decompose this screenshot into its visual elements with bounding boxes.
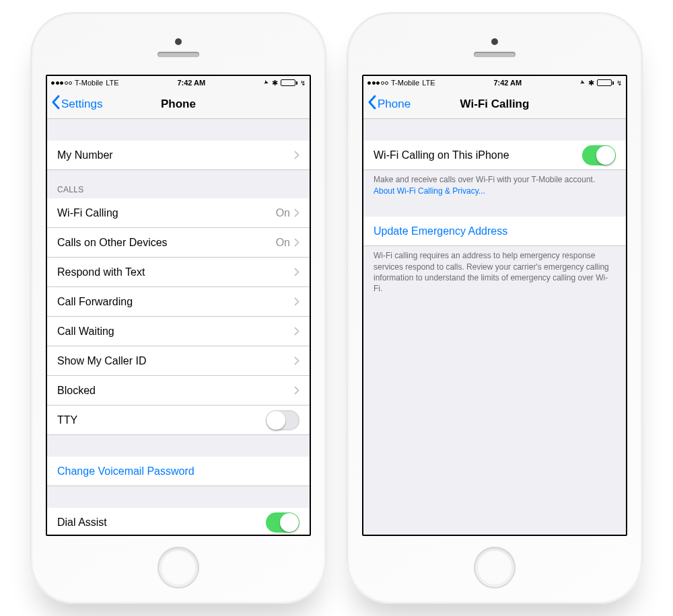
chevron-left-icon (51, 95, 60, 113)
network-label: LTE (422, 79, 435, 87)
screen-phone-settings: T-Mobile LTE 7:42 AM ➤ ✱ ↯ Settings Pho (46, 75, 311, 536)
location-icon: ➤ (263, 79, 271, 87)
row-call-waiting[interactable]: Call Waiting (47, 317, 310, 346)
status-bar: T-Mobile LTE 7:42 AM ➤ ✱ ↯ (47, 76, 310, 89)
wifi-footer-text: Make and receive calls over Wi-Fi with y… (374, 175, 595, 184)
row-label: Call Forwarding (57, 296, 294, 308)
row-label: Update Emergency Address (374, 225, 616, 237)
chevron-right-icon (294, 208, 299, 217)
row-detail: On (276, 237, 290, 249)
dial-assist-toggle[interactable] (266, 512, 299, 533)
nav-bar: Phone Wi-Fi Calling (363, 89, 626, 119)
iphone-mockup-right: T-Mobile LTE 7:42 AM ➤ ✱ ↯ Phone Wi-Fi (347, 12, 643, 604)
row-wifi-calling-this-iphone: Wi-Fi Calling on This iPhone (363, 141, 626, 170)
chevron-right-icon (294, 356, 299, 365)
row-detail: On (276, 207, 290, 219)
chevron-right-icon (294, 238, 299, 247)
row-dial-assist: Dial Assist (47, 508, 310, 535)
network-label: LTE (106, 79, 118, 87)
row-label: Change Voicemail Password (57, 465, 299, 477)
carrier-label: T-Mobile (391, 79, 419, 87)
row-change-voicemail-password[interactable]: Change Voicemail Password (47, 457, 310, 486)
about-wifi-calling-link[interactable]: About Wi-Fi Calling & Privacy... (374, 186, 616, 196)
tty-toggle[interactable] (266, 410, 299, 430)
row-label: Blocked (57, 385, 294, 397)
row-label: My Number (57, 149, 294, 161)
chevron-right-icon (294, 151, 299, 159)
signal-dots-icon (51, 81, 72, 85)
row-tty: TTY (47, 406, 310, 435)
row-label: Wi-Fi Calling on This iPhone (374, 149, 582, 161)
settings-content: My Number CALLS Wi-Fi Calling On Calls o… (47, 119, 310, 535)
chevron-right-icon (294, 297, 299, 306)
row-respond-with-text[interactable]: Respond with Text (47, 258, 310, 287)
nav-back-button[interactable]: Phone (363, 95, 415, 113)
row-show-caller-id[interactable]: Show My Caller ID (47, 346, 310, 376)
row-label: Respond with Text (57, 266, 294, 278)
row-calls-other-devices[interactable]: Calls on Other Devices On (47, 228, 310, 258)
wifi-calling-footer: Make and receive calls over Wi-Fi with y… (363, 170, 626, 203)
location-icon: ➤ (579, 79, 587, 87)
row-update-emergency-address[interactable]: Update Emergency Address (363, 217, 626, 246)
wifi-calling-toggle[interactable] (582, 145, 616, 165)
row-my-number[interactable]: My Number (47, 141, 310, 170)
screen-wifi-calling: T-Mobile LTE 7:42 AM ➤ ✱ ↯ Phone Wi-Fi (362, 75, 627, 536)
nav-bar: Settings Phone (47, 89, 310, 119)
row-label: Wi-Fi Calling (57, 207, 276, 219)
phone-speaker (157, 52, 199, 57)
nav-back-label: Phone (378, 98, 411, 111)
emergency-footer: Wi-Fi calling requires an address to hel… (363, 246, 626, 301)
row-blocked[interactable]: Blocked (47, 376, 310, 406)
row-label: TTY (57, 414, 266, 426)
nav-back-button[interactable]: Settings (47, 95, 106, 113)
chevron-right-icon (294, 386, 299, 395)
chevron-left-icon (367, 95, 376, 113)
row-label: Calls on Other Devices (57, 237, 276, 249)
row-wifi-calling[interactable]: Wi-Fi Calling On (47, 198, 310, 228)
phone-speaker (474, 52, 516, 57)
carrier-label: T-Mobile (75, 79, 103, 87)
status-time: 7:42 AM (177, 79, 205, 87)
iphone-mockup-left: T-Mobile LTE 7:42 AM ➤ ✱ ↯ Settings Pho (30, 12, 326, 604)
signal-dots-icon (367, 81, 388, 85)
home-button[interactable] (474, 547, 516, 588)
status-time: 7:42 AM (493, 79, 522, 87)
bluetooth-icon: ✱ (272, 79, 278, 87)
battery-icon (281, 79, 297, 86)
status-bar: T-Mobile LTE 7:42 AM ➤ ✱ ↯ (363, 76, 626, 89)
nav-back-label: Settings (61, 98, 102, 111)
battery-icon (597, 79, 614, 86)
bluetooth-icon: ✱ (588, 79, 594, 87)
home-button[interactable] (157, 547, 199, 588)
chevron-right-icon (294, 268, 299, 276)
chevron-right-icon (294, 327, 299, 336)
wifi-calling-content: Wi-Fi Calling on This iPhone Make and re… (363, 119, 626, 535)
row-label: Dial Assist (57, 516, 266, 529)
charging-icon: ↯ (300, 79, 306, 87)
charging-icon: ↯ (616, 79, 622, 87)
row-label: Call Waiting (57, 325, 294, 338)
row-call-forwarding[interactable]: Call Forwarding (47, 287, 310, 317)
calls-section-header: CALLS (47, 170, 310, 198)
row-label: Show My Caller ID (57, 355, 294, 367)
